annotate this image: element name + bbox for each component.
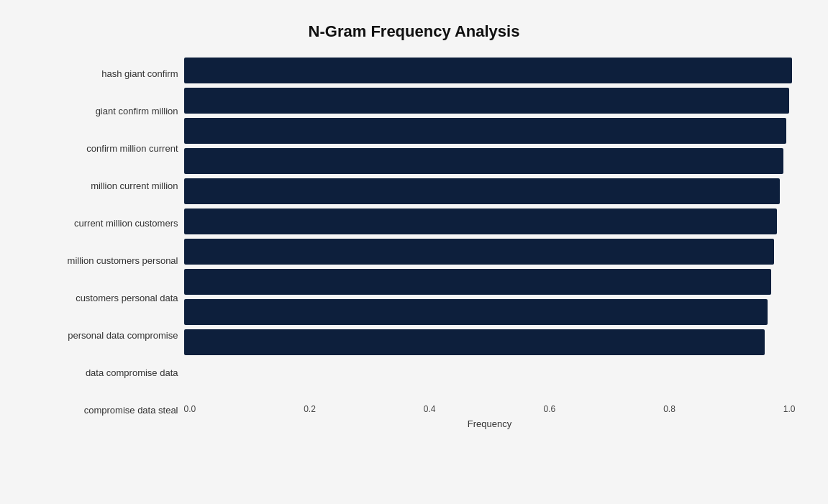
bar-row [184, 176, 796, 206]
x-ticks: 0.00.20.40.60.81.0 [184, 404, 796, 414]
y-labels: hash giant confirmgiant confirm millionc… [33, 55, 184, 429]
x-axis: 0.00.20.40.60.81.0 Frequency [184, 404, 796, 429]
bar-row [184, 327, 796, 357]
bar [184, 118, 786, 144]
y-label: giant confirm million [96, 106, 178, 117]
y-label: data compromise data [86, 367, 178, 379]
chart-title: N-Gram Frequency Analysis [33, 22, 796, 41]
y-label: million customers personal [68, 255, 178, 267]
y-label: million current million [91, 180, 178, 192]
x-tick: 0.2 [304, 404, 316, 414]
x-tick: 0.8 [663, 404, 675, 414]
x-tick: 0.4 [424, 404, 436, 414]
x-tick: 1.0 [783, 404, 796, 414]
bar-row [184, 297, 796, 327]
bar [184, 58, 793, 83]
y-label: customers personal data [76, 293, 178, 304]
x-tick: 0.0 [184, 404, 196, 414]
bar [184, 239, 774, 265]
bar [184, 209, 778, 234]
bars-wrapper [184, 55, 796, 400]
y-label: personal data compromise [68, 330, 178, 342]
chart-container: N-Gram Frequency Analysis hash giant con… [19, 8, 810, 497]
y-label: current million customers [74, 218, 178, 229]
x-axis-label: Frequency [184, 418, 796, 429]
chart-area: hash giant confirmgiant confirm millionc… [33, 55, 796, 429]
bar [184, 148, 783, 174]
y-label: confirm million current [86, 143, 178, 155]
bars-and-xaxis: 0.00.20.40.60.81.0 Frequency [184, 55, 796, 429]
x-tick: 0.6 [543, 404, 555, 414]
bar-row [184, 116, 796, 146]
bar [184, 329, 765, 355]
bar-row [184, 237, 796, 267]
y-label: hash giant confirm [101, 68, 178, 80]
y-label: compromise data steal [84, 405, 178, 416]
bar-row [184, 146, 796, 176]
bar [184, 178, 781, 204]
bar-row [184, 55, 796, 86]
bar [184, 88, 790, 114]
bars-section [184, 55, 796, 357]
bar-row [184, 206, 796, 237]
bar-row [184, 86, 796, 116]
bar [184, 299, 768, 325]
bar [184, 269, 771, 295]
bar-row [184, 267, 796, 297]
